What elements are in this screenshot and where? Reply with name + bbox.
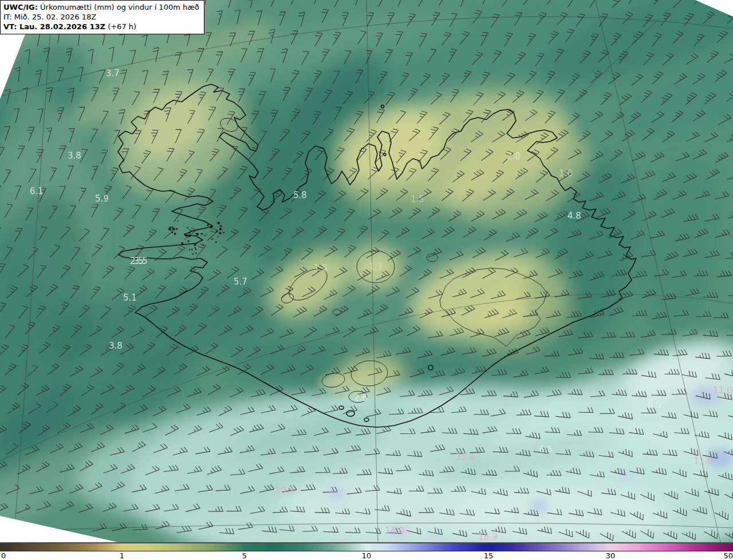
precip-label: 5.9 xyxy=(95,194,109,204)
precip-label: 3.5 xyxy=(134,256,148,266)
colorbar-tick: 10 xyxy=(362,551,372,560)
precip-label: 2.6 xyxy=(354,393,368,403)
precip-label: 3.8 xyxy=(68,151,81,161)
legend-valid-line: VT: Lau. 28.02.2026 13Z (+67 h) xyxy=(3,22,199,31)
colorbar-tick: 50 xyxy=(723,551,733,560)
precip-label: 3.7 xyxy=(106,68,120,78)
precip-label: 14.0 xyxy=(385,526,404,536)
precip-label: 5.7 xyxy=(234,277,247,287)
legend-product-id: UWC/IG: xyxy=(3,3,38,11)
precip-label: 3.8 xyxy=(109,341,123,351)
iceland-precipitation-wind-map: 3.73.86.15.95.81.52.01.64.82.53.51.81.35… xyxy=(0,0,733,542)
precip-label: 10.6 xyxy=(456,452,475,462)
colorbar xyxy=(0,542,733,551)
precip-label: 6.1 xyxy=(30,186,44,196)
legend-init-time: IT: Mið. 25. 02. 2026 18Z xyxy=(3,12,199,22)
precip-label: 10.3 xyxy=(275,486,294,496)
weather-map-screenshot: 3.73.86.15.95.81.52.01.64.82.53.51.81.35… xyxy=(0,0,733,560)
precip-label: 5.1 xyxy=(123,293,137,303)
precip-label: 1.3 xyxy=(369,262,383,272)
precip-label: 11.0 xyxy=(693,456,712,466)
legend-valid-offset: (+67 h) xyxy=(105,22,136,31)
precip-label: 1.6 xyxy=(559,168,573,179)
legend-product-line: UWC/IG: Úrkomumætti (mm) og vindur í 100… xyxy=(3,2,199,12)
colorbar-tick: 1 xyxy=(120,551,124,560)
colorbar-tick: 0 xyxy=(1,551,6,560)
precip-label: 16.9 xyxy=(478,532,497,542)
colorbar-tick-labels: 01510153050 xyxy=(0,551,733,560)
precip-label: 6.6 xyxy=(648,400,661,410)
precip-label: 4.8 xyxy=(568,211,581,221)
colorbar-tick: 15 xyxy=(484,551,494,560)
precip-label: 1.8 xyxy=(314,263,328,273)
legend-box: UWC/IG: Úrkomumætti (mm) og vindur í 100… xyxy=(0,0,204,34)
precip-label: 11.0 xyxy=(713,385,732,396)
precip-label: 2.0 xyxy=(507,151,521,161)
colorbar-tick: 30 xyxy=(606,551,616,560)
legend-valid-time: VT: Lau. 28.02.2026 13Z xyxy=(3,22,105,31)
precip-label: 5.8 xyxy=(293,190,307,200)
colorbar-tick: 5 xyxy=(242,551,247,560)
legend-product-desc: Úrkomumætti (mm) og vindur í 100m hæð xyxy=(38,3,199,11)
precip-label: 6.6 xyxy=(539,444,553,455)
precip-label: 1.5 xyxy=(411,194,424,204)
